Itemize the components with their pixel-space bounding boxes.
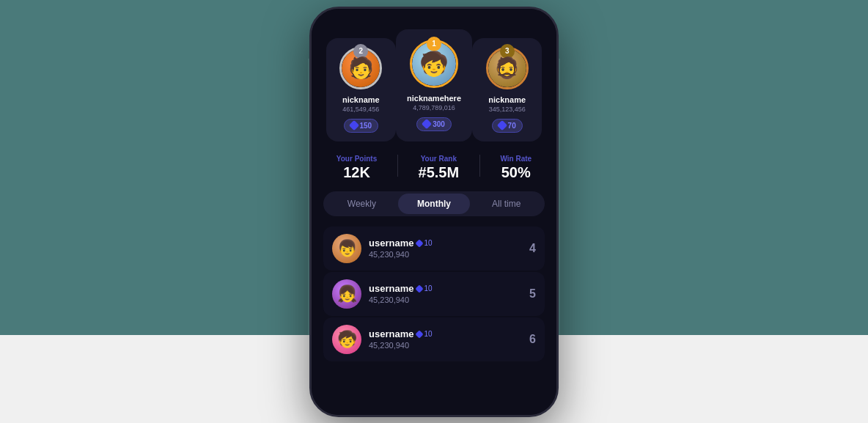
podium-rank3[interactable]: 🧔 3 nickname 345,123,456 70 — [472, 38, 542, 141]
rank-value: #5.5M — [419, 164, 460, 181]
leaderboard-list: 👦 username 10 45,230,940 4 👧 — [323, 227, 545, 361]
list-username-5: username — [369, 283, 413, 294]
phone-top-bar — [312, 9, 556, 29]
list-gem-5: 10 — [416, 284, 432, 293]
rank2-gems: 150 — [344, 119, 379, 133]
list-name-row-5: username 10 — [369, 283, 522, 294]
podium-rank2[interactable]: 🧑 2 nickname 461,549,456 150 — [326, 38, 396, 141]
rank1-gems: 300 — [416, 117, 452, 131]
list-item[interactable]: 👧 username 10 45,230,940 5 — [323, 272, 545, 316]
list-name-row-4: username 10 — [369, 238, 522, 249]
list-score-5: 45,230,940 — [369, 295, 522, 304]
winrate-value: 50% — [500, 164, 532, 181]
list-score-6: 45,230,940 — [369, 341, 522, 350]
list-item[interactable]: 👦 username 10 45,230,940 4 — [323, 227, 545, 271]
points-label: Your Points — [336, 155, 377, 163]
podium-section: 🧑 2 nickname 461,549,456 150 — [323, 29, 545, 141]
filter-tabs: Weekly Monthly All time — [323, 191, 545, 216]
rank1-avatar-wrapper: 🧒 1 — [410, 40, 458, 88]
list-info-5: username 10 45,230,940 — [369, 283, 522, 304]
podium-rank1[interactable]: 🧒 1 nicknamehere 4,789,789,016 300 — [396, 29, 473, 141]
points-value: 12K — [336, 164, 377, 181]
list-item[interactable]: 🧒 username 10 45,230,940 6 — [323, 317, 545, 361]
tab-weekly[interactable]: Weekly — [326, 194, 398, 214]
tab-monthly[interactable]: Monthly — [398, 194, 471, 214]
tab-alltime[interactable]: All time — [470, 194, 542, 214]
list-gem-4: 10 — [416, 239, 432, 247]
list-rank-6: 6 — [529, 333, 536, 346]
rank1-score: 4,789,789,016 — [402, 104, 467, 111]
stat-divider-1 — [397, 155, 398, 177]
rank2-score: 461,549,456 — [332, 106, 390, 113]
gem-icon-rank3 — [497, 120, 507, 130]
rank3-score: 345,123,456 — [478, 106, 536, 113]
rank2-name: nickname — [332, 95, 390, 104]
gem-icon-5 — [416, 284, 424, 293]
list-info-4: username 10 45,230,940 — [369, 238, 522, 259]
stats-bar: Your Points 12K Your Rank #5.5M Win Rate… — [323, 155, 545, 181]
stat-points: Your Points 12K — [336, 155, 377, 181]
list-avatar-4: 👦 — [332, 234, 361, 263]
stat-divider-2 — [479, 155, 480, 177]
list-rank-4: 4 — [529, 242, 536, 255]
list-score-4: 45,230,940 — [369, 250, 522, 259]
list-username-4: username — [369, 238, 413, 249]
stat-rank: Your Rank #5.5M — [419, 155, 460, 181]
gem-icon-4 — [416, 239, 424, 247]
rank3-gems: 70 — [492, 119, 523, 133]
gem-icon-rank2 — [348, 120, 358, 130]
stat-winrate: Win Rate 50% — [500, 155, 532, 181]
rank1-name: nicknamehere — [402, 94, 467, 103]
list-rank-5: 5 — [529, 287, 536, 301]
list-avatar-6: 🧒 — [332, 325, 361, 354]
phone-frame: 🧑 2 nickname 461,549,456 150 — [309, 7, 559, 417]
winrate-label: Win Rate — [500, 155, 532, 163]
list-info-6: username 10 45,230,940 — [369, 328, 522, 350]
phone-content: 🧑 2 nickname 461,549,456 150 — [312, 29, 556, 415]
list-name-row-6: username 10 — [369, 328, 522, 339]
list-username-6: username — [369, 328, 413, 339]
gem-icon-rank1 — [422, 119, 432, 129]
gem-icon-6 — [416, 330, 424, 338]
rank3-name: nickname — [478, 95, 536, 104]
rank1-badge: 1 — [427, 37, 441, 51]
list-gem-6: 10 — [416, 330, 432, 338]
rank3-avatar-wrapper: 🧔 3 — [486, 47, 529, 89]
rank-label: Your Rank — [419, 155, 460, 163]
rank2-avatar-wrapper: 🧑 2 — [339, 47, 382, 89]
list-avatar-5: 👧 — [332, 279, 361, 309]
